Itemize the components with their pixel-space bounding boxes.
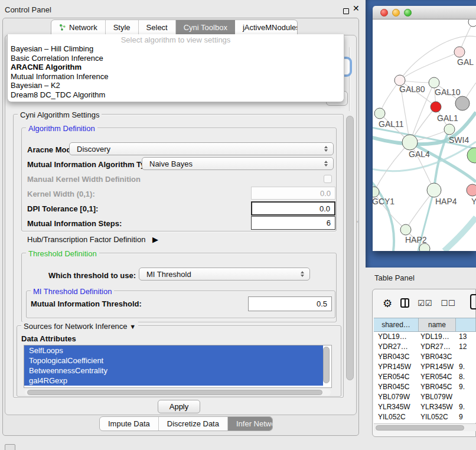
kernel-width-field: 0.0 (251, 187, 335, 200)
network-canvas[interactable]: GAL80GAL10GAL1GAL11SWI4GAL4GALGCY1HAP4YH… (373, 19, 476, 251)
table-row[interactable]: YBL079WYBL079W (374, 392, 476, 402)
table-row[interactable]: YBR045CYBR045C9. (374, 382, 476, 392)
table-cell: YDL19… (419, 332, 456, 342)
network-icon (59, 24, 66, 31)
table-row[interactable]: YIL052CYIL052C9 (374, 412, 476, 422)
network-node-hap4[interactable] (427, 183, 441, 197)
attribute-item-gal4rgexp[interactable]: gal4RGexp (24, 376, 323, 386)
mi-type-label: Mutual Information Algorithm Type: (27, 160, 157, 169)
dpi-tolerance-field[interactable]: 0.0 (251, 201, 335, 216)
algorithm-option-mutual-information-inference[interactable]: Mutual Information Inference (8, 72, 344, 81)
table-row[interactable]: YBR043CYBR043C (374, 352, 476, 362)
network-node-gal4[interactable] (402, 135, 418, 150)
table-horizontal-scrollbar[interactable] (374, 423, 476, 431)
tab-style[interactable]: Style (106, 20, 139, 34)
network-window-titlebar[interactable] (373, 6, 476, 19)
table-cell (456, 352, 476, 362)
table-row[interactable]: YPR145WYPR145W9. (374, 362, 476, 372)
hidden-groupbox-border (349, 47, 350, 111)
node-label-swi4: SWI4 (449, 135, 469, 145)
mi-type-combo[interactable]: Naive Bayes (142, 157, 334, 170)
scrollbar-thumb[interactable] (27, 390, 322, 395)
network-node-gal11[interactable] (374, 108, 385, 119)
algorithm-option-aracne-algorithm[interactable]: ARACNE Algorithm (8, 63, 344, 72)
attributes-vertical-scrollbar[interactable] (323, 347, 330, 383)
mi-threshold-field[interactable]: 0.5 (248, 296, 332, 311)
attribute-item-topologicalcoefficient[interactable]: TopologicalCoefficient (24, 356, 323, 366)
float-window-icon[interactable] (343, 8, 349, 14)
network-node-swi4[interactable] (444, 124, 455, 135)
mi-steps-field[interactable]: 6 (251, 216, 335, 230)
mi-steps-label: Mutual Information Steps: (27, 219, 122, 228)
collapsed-panel-button[interactable] (5, 444, 15, 450)
hub-definition-toggle[interactable]: Hub/Transcription Factor Definition ▶ (27, 235, 158, 244)
sources-legend[interactable]: Sources for Network Inference ▼ (21, 322, 138, 331)
scrollbar-thumb[interactable] (376, 425, 464, 431)
column-header-3[interactable] (456, 318, 476, 331)
column-header-name[interactable]: name (419, 318, 456, 331)
tab-label: Select (146, 23, 168, 32)
table-cell: YPR145W (419, 362, 456, 372)
algorithm-option-dream8-dc-tdc-algorithm[interactable]: Dream8 DC_TDC Algorithm (8, 90, 344, 100)
deselect-all-checkboxes-icon[interactable]: ☐☐ (441, 299, 455, 308)
algorithm-option-basic-correlation-inference[interactable]: Basic Correlation Inference (8, 54, 344, 63)
attribute-item-selfloops[interactable]: SelfLoops (24, 345, 323, 356)
tab-select[interactable]: Select (139, 20, 176, 34)
stepper-icon (324, 146, 328, 152)
node-label-gal1: GAL1 (437, 113, 458, 123)
control-panel-tabs: NetworkStyleSelectCyni ToolboxjActiveMNo… (51, 19, 298, 35)
tab-jactivemnodules[interactable]: jActiveMNodules (235, 20, 298, 34)
algorithm-option-bayesian-k2[interactable]: Bayesian – K2 (8, 81, 344, 90)
panel-partial-icon[interactable] (470, 294, 476, 309)
select-all-checkboxes-icon[interactable]: ☑☑ (418, 299, 432, 308)
table-cell: 13 (456, 332, 476, 342)
splitter-grip-icon[interactable]: ‹ (357, 219, 361, 224)
manual-kernel-checkbox[interactable] (324, 175, 332, 183)
table-cell: YIL052C (419, 412, 456, 422)
table-cell: 9. (456, 362, 476, 372)
network-node-y[interactable] (467, 184, 476, 196)
network-node-gcy1[interactable] (373, 187, 379, 197)
minimize-traffic-light[interactable] (392, 9, 400, 17)
mi-threshold-legend: MI Threshold Definition (31, 287, 114, 296)
bottom-tab-discretize-data[interactable]: Discretize Data (159, 417, 228, 431)
network-node-gal1[interactable] (431, 102, 441, 112)
aracne-mode-combo[interactable]: Discovery (69, 142, 334, 155)
table-toolbar: ⚙ ☑☑ ☐☐ (373, 289, 476, 317)
node-label-gal: GAL (457, 57, 474, 67)
table-cell (456, 392, 476, 402)
which-threshold-combo[interactable]: MI Threshold (139, 268, 310, 281)
attribute-item-betweennesscentrality[interactable]: BetweennessCentrality (24, 366, 323, 376)
apply-button[interactable]: Apply (158, 400, 200, 413)
algorithm-dropdown-popup: Select algorithm to view settings Bayesi… (7, 34, 344, 102)
table-row[interactable]: YLR345WYLR345W9. (374, 402, 476, 412)
tab-label: jActiveMNodules (243, 23, 298, 32)
columns-icon[interactable] (400, 298, 409, 308)
control-panel-titlebar: Control Panel ✕ (0, 3, 361, 18)
table-row[interactable]: YDL19…YDL19…13 (374, 332, 476, 342)
attributes-horizontal-scrollbar[interactable] (25, 389, 331, 396)
column-header-shared[interactable]: shared… (374, 318, 419, 331)
bottom-tab-impute-data[interactable]: Impute Data (100, 417, 159, 431)
disclosure-down-icon: ▼ (129, 323, 136, 330)
hub-definition-label: Hub/Transcription Factor Definition (27, 235, 145, 244)
gear-icon[interactable]: ⚙ (383, 297, 392, 309)
tab-network[interactable]: Network (51, 20, 106, 34)
close-traffic-light[interactable] (380, 9, 388, 17)
table-row[interactable]: YER054CYER054C8. (374, 372, 476, 382)
table-row[interactable]: YDR27…YDR27…12 (374, 342, 476, 352)
network-node-hap2[interactable] (400, 224, 411, 235)
bottom-tab-infer-network[interactable]: Infer Network (228, 417, 273, 431)
network-node-gal10[interactable] (429, 77, 439, 88)
node-table[interactable]: shared…name YDL19…YDL19…13YDR27…YDR27…12… (374, 318, 476, 423)
settings-vertical-scrollbar[interactable] (346, 116, 354, 380)
network-node[interactable] (455, 96, 470, 110)
tab-cyni-toolbox[interactable]: Cyni Toolbox (176, 20, 235, 34)
network-node[interactable] (467, 148, 476, 163)
network-node[interactable] (468, 19, 476, 27)
zoom-traffic-light[interactable] (404, 9, 412, 17)
data-attributes-list[interactable]: SelfLoopsTopologicalCoefficientBetweenne… (24, 345, 332, 388)
algorithm-option-bayesian-hill-climbing[interactable]: Bayesian – Hill Climbing (8, 44, 344, 54)
close-icon[interactable]: ✕ (353, 4, 361, 14)
network-node-gal[interactable] (454, 47, 465, 57)
